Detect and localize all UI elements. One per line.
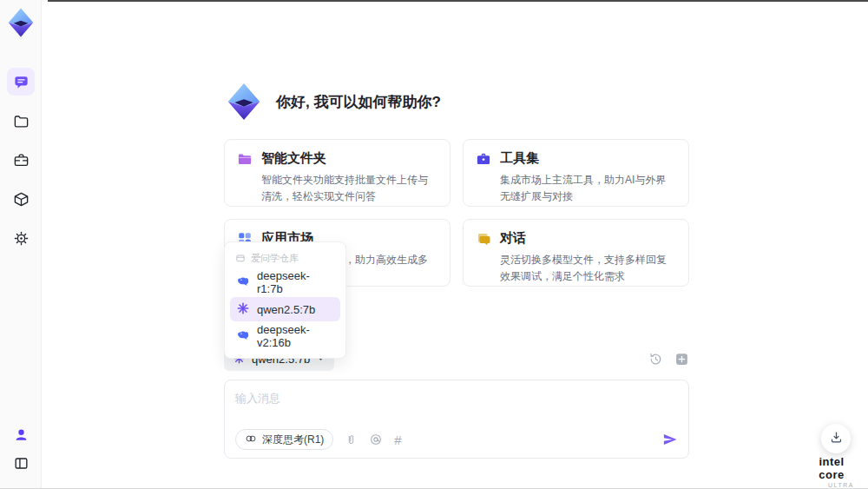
composer-bottom-bar: 深度思考(R1) # [235, 429, 678, 450]
cube-icon [13, 191, 30, 208]
history-icon[interactable] [648, 352, 663, 367]
intel-brand-text: intel core [806, 455, 858, 481]
sidebar-item-collapse[interactable] [7, 449, 35, 477]
card-desc: 智能文件夹功能支持批量文件上传与清洗，轻松实现文件问答 [261, 172, 437, 204]
card-desc: 灵活切换多模型文件，支持多样回复效果调试，满足个性化需求 [500, 252, 676, 284]
gear-icon [13, 230, 30, 247]
chat-icon [13, 74, 30, 90]
sidebar-item-toolbox[interactable] [7, 146, 35, 174]
repo-icon [235, 253, 246, 265]
intel-badge: intel core ULTRA [806, 455, 858, 488]
briefcase-icon [13, 152, 30, 169]
sidebar [0, 0, 42, 489]
folder-icon [13, 113, 30, 129]
attachment-icon[interactable] [345, 433, 358, 446]
dialogue-icon [476, 231, 491, 247]
app-logo [5, 5, 36, 40]
deepthink-icon [245, 433, 257, 447]
greeting: 你好, 我可以如何帮助你? [224, 81, 441, 122]
model-option-deepseek-v2[interactable]: deepseek-v2:16b [230, 324, 340, 348]
greeting-title: 你好, 我可以如何帮助你? [276, 92, 441, 112]
card-title: 对话 [500, 230, 526, 247]
download-icon [829, 430, 844, 448]
card-dialogue[interactable]: 对话 灵活切换多模型文件，支持多样回复效果调试，满足个性化需求 [463, 219, 689, 287]
deep-think-toggle[interactable]: 深度思考(R1) [235, 429, 333, 450]
intel-brand-sub: ULTRA [806, 482, 858, 488]
card-desc: 集成市场上主流工具，助力AI与外界无缝扩展与对接 [500, 172, 676, 204]
user-icon [13, 426, 30, 443]
model-option-deepseek-r1[interactable]: deepseek-r1:7b [230, 270, 340, 294]
model-option-label: deepseek-r1:7b [257, 269, 334, 295]
sidebar-item-settings[interactable] [7, 224, 35, 252]
window-top-edge [48, 0, 868, 2]
mention-icon[interactable] [369, 433, 383, 446]
message-composer: 深度思考(R1) # [224, 380, 689, 459]
sidebar-item-account[interactable] [7, 420, 35, 448]
model-dropdown: 爱问学仓库 deepseek-r1:7b qwen2.5:7b [224, 241, 346, 359]
main-area: 你好, 我可以如何帮助你? 智能文件夹 智能文件夹功能支持批量文件上传与清洗，轻… [42, 0, 868, 489]
message-input[interactable] [225, 380, 688, 420]
sidebar-item-chat[interactable] [7, 68, 35, 96]
model-option-label: deepseek-v2:16b [257, 323, 334, 349]
smart-folder-icon [237, 151, 253, 167]
download-button[interactable] [821, 424, 851, 453]
card-toolset[interactable]: 工具集 集成市场上主流工具，助力AI与外界无缝扩展与对接 [463, 139, 689, 207]
app-logo-large [224, 81, 264, 122]
panel-icon [13, 455, 30, 472]
composer-top-actions [648, 352, 689, 367]
card-smart-folder[interactable]: 智能文件夹 智能文件夹功能支持批量文件上传与清洗，轻松实现文件问答 [224, 139, 450, 207]
deepseek-icon [236, 328, 250, 345]
model-option-label: qwen2.5:7b [257, 303, 315, 316]
toolset-icon [476, 151, 491, 167]
card-title: 智能文件夹 [261, 150, 326, 167]
new-chat-icon[interactable] [674, 352, 689, 367]
qwen-icon [236, 301, 250, 318]
model-option-qwen[interactable]: qwen2.5:7b [230, 297, 340, 321]
sidebar-item-folders[interactable] [7, 107, 35, 135]
sidebar-item-models[interactable] [7, 185, 35, 213]
model-dropdown-header: 爱问学仓库 [225, 248, 345, 268]
hash-icon[interactable]: # [394, 433, 401, 446]
send-icon[interactable] [662, 432, 678, 447]
card-title: 工具集 [500, 150, 539, 167]
model-dropdown-header-label: 爱问学仓库 [251, 252, 299, 265]
deep-think-label: 深度思考(R1) [262, 433, 324, 447]
deepseek-icon [236, 274, 250, 291]
